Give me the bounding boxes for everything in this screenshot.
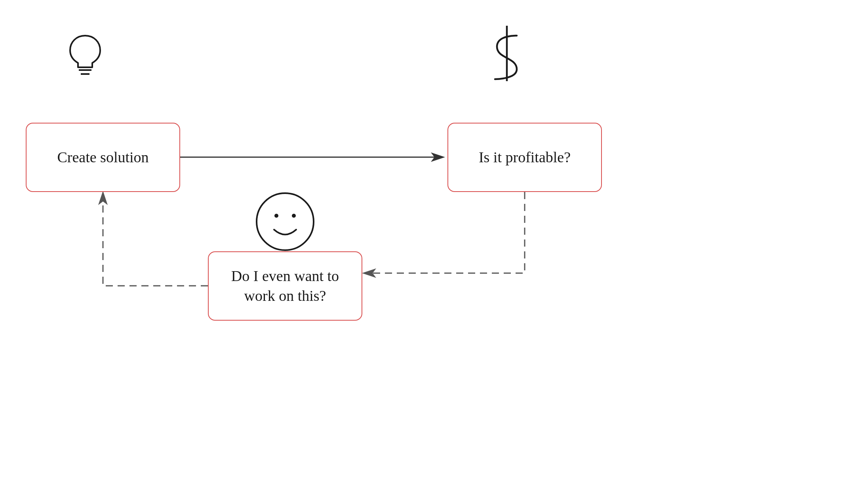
arrow-want-to-create [103,193,208,286]
is-profitable-label: Is it profitable? [479,148,571,167]
arrow-profitable-down [364,192,525,273]
want-to-work-node[interactable]: Do I even want to work on this? [208,251,362,321]
create-solution-label: Create solution [57,148,148,167]
create-solution-node[interactable]: Create solution [26,123,180,192]
want-to-work-label: Do I even want to work on this? [231,266,339,306]
diagram-container: Create solution Is it profitable? Do I e… [0,0,868,494]
diagram-svg [0,0,868,494]
is-profitable-node[interactable]: Is it profitable? [447,123,602,192]
